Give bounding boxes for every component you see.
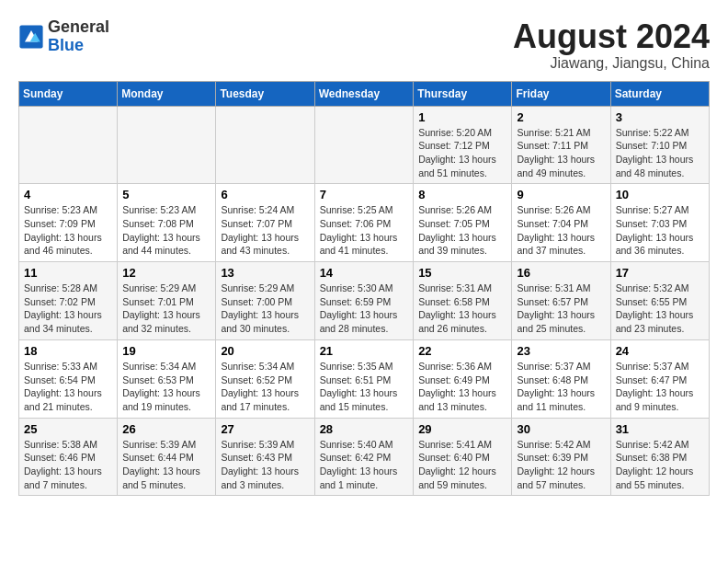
day-info: Sunrise: 5:22 AM Sunset: 7:10 PM Dayligh… [616, 126, 704, 180]
page-header: General Blue August 2024 Jiawang, Jiangs… [18, 18, 710, 72]
logo-general: General [48, 18, 109, 37]
day-info: Sunrise: 5:28 AM Sunset: 7:02 PM Dayligh… [24, 282, 112, 336]
day-number: 1 [418, 110, 506, 124]
calendar: SundayMondayTuesdayWednesdayThursdayFrid… [18, 81, 710, 497]
day-number: 25 [24, 422, 112, 436]
title-block: August 2024 Jiawang, Jiangsu, China [513, 18, 710, 72]
calendar-cell: 31Sunrise: 5:42 AM Sunset: 6:38 PM Dayli… [610, 418, 709, 496]
day-number: 2 [517, 110, 605, 124]
calendar-cell: 21Sunrise: 5:35 AM Sunset: 6:51 PM Dayli… [314, 339, 414, 418]
day-info: Sunrise: 5:35 AM Sunset: 6:51 PM Dayligh… [320, 360, 409, 414]
calendar-week-row: 1Sunrise: 5:20 AM Sunset: 7:12 PM Daylig… [19, 106, 710, 184]
day-number: 30 [517, 422, 605, 436]
calendar-cell: 7Sunrise: 5:25 AM Sunset: 7:06 PM Daylig… [314, 184, 414, 262]
day-info: Sunrise: 5:23 AM Sunset: 7:09 PM Dayligh… [24, 203, 112, 258]
day-number: 7 [320, 188, 409, 201]
day-info: Sunrise: 5:27 AM Sunset: 7:03 PM Dayligh… [616, 203, 704, 258]
day-info: Sunrise: 5:20 AM Sunset: 7:12 PM Dayligh… [418, 126, 506, 180]
calendar-cell: 29Sunrise: 5:41 AM Sunset: 6:40 PM Dayli… [414, 418, 512, 496]
calendar-cell: 12Sunrise: 5:29 AM Sunset: 7:01 PM Dayli… [118, 262, 216, 340]
day-info: Sunrise: 5:26 AM Sunset: 7:04 PM Dayligh… [517, 203, 605, 258]
day-info: Sunrise: 5:39 AM Sunset: 6:44 PM Dayligh… [122, 438, 210, 492]
day-info: Sunrise: 5:31 AM Sunset: 6:57 PM Dayligh… [517, 282, 605, 336]
calendar-week-row: 11Sunrise: 5:28 AM Sunset: 7:02 PM Dayli… [19, 262, 710, 340]
day-number: 4 [24, 188, 112, 201]
day-number: 29 [418, 422, 506, 436]
calendar-week-row: 4Sunrise: 5:23 AM Sunset: 7:09 PM Daylig… [19, 184, 710, 262]
weekday-header: Tuesday [216, 81, 314, 106]
day-info: Sunrise: 5:39 AM Sunset: 6:43 PM Dayligh… [221, 438, 309, 492]
day-number: 15 [418, 266, 506, 280]
calendar-cell [216, 106, 314, 184]
day-number: 5 [122, 188, 210, 201]
day-number: 24 [616, 344, 704, 358]
day-info: Sunrise: 5:21 AM Sunset: 7:11 PM Dayligh… [517, 126, 605, 180]
logo: General Blue [18, 18, 109, 55]
day-number: 28 [320, 422, 409, 436]
day-number: 26 [122, 422, 210, 436]
day-number: 21 [320, 344, 409, 358]
weekday-header: Friday [512, 81, 610, 106]
day-info: Sunrise: 5:33 AM Sunset: 6:54 PM Dayligh… [24, 360, 112, 414]
calendar-cell [118, 106, 216, 184]
calendar-cell: 5Sunrise: 5:23 AM Sunset: 7:08 PM Daylig… [118, 184, 216, 262]
day-number: 22 [418, 344, 506, 358]
weekday-header: Sunday [19, 81, 118, 106]
calendar-cell: 3Sunrise: 5:22 AM Sunset: 7:10 PM Daylig… [610, 106, 709, 184]
weekday-header: Saturday [610, 81, 709, 106]
day-info: Sunrise: 5:38 AM Sunset: 6:46 PM Dayligh… [24, 438, 112, 492]
calendar-cell: 15Sunrise: 5:31 AM Sunset: 6:58 PM Dayli… [414, 262, 512, 340]
calendar-cell: 20Sunrise: 5:34 AM Sunset: 6:52 PM Dayli… [216, 339, 314, 418]
day-number: 9 [517, 188, 605, 201]
weekday-header: Monday [118, 81, 216, 106]
month-year: August 2024 [513, 18, 710, 55]
day-number: 19 [122, 344, 210, 358]
calendar-cell: 8Sunrise: 5:26 AM Sunset: 7:05 PM Daylig… [414, 184, 512, 262]
day-number: 10 [616, 188, 704, 201]
day-number: 13 [221, 266, 309, 280]
day-number: 16 [517, 266, 605, 280]
day-number: 23 [517, 344, 605, 358]
day-info: Sunrise: 5:37 AM Sunset: 6:48 PM Dayligh… [517, 360, 605, 414]
day-number: 20 [221, 344, 309, 358]
day-number: 12 [122, 266, 210, 280]
weekday-header-row: SundayMondayTuesdayWednesdayThursdayFrid… [19, 81, 710, 106]
calendar-cell: 1Sunrise: 5:20 AM Sunset: 7:12 PM Daylig… [414, 106, 512, 184]
calendar-cell: 4Sunrise: 5:23 AM Sunset: 7:09 PM Daylig… [19, 184, 118, 262]
day-info: Sunrise: 5:30 AM Sunset: 6:59 PM Dayligh… [320, 282, 409, 336]
day-info: Sunrise: 5:32 AM Sunset: 6:55 PM Dayligh… [616, 282, 704, 336]
calendar-cell: 28Sunrise: 5:40 AM Sunset: 6:42 PM Dayli… [314, 418, 414, 496]
location: Jiawang, Jiangsu, China [513, 55, 710, 72]
day-info: Sunrise: 5:34 AM Sunset: 6:52 PM Dayligh… [221, 360, 309, 414]
day-number: 11 [24, 266, 112, 280]
calendar-cell: 26Sunrise: 5:39 AM Sunset: 6:44 PM Dayli… [118, 418, 216, 496]
day-number: 17 [616, 266, 704, 280]
day-info: Sunrise: 5:26 AM Sunset: 7:05 PM Dayligh… [418, 203, 506, 258]
day-info: Sunrise: 5:31 AM Sunset: 6:58 PM Dayligh… [418, 282, 506, 336]
calendar-cell: 11Sunrise: 5:28 AM Sunset: 7:02 PM Dayli… [19, 262, 118, 340]
weekday-header: Wednesday [314, 81, 414, 106]
day-number: 27 [221, 422, 309, 436]
day-info: Sunrise: 5:42 AM Sunset: 6:38 PM Dayligh… [616, 438, 704, 492]
calendar-cell: 22Sunrise: 5:36 AM Sunset: 6:49 PM Dayli… [414, 339, 512, 418]
calendar-cell: 14Sunrise: 5:30 AM Sunset: 6:59 PM Dayli… [314, 262, 414, 340]
day-info: Sunrise: 5:34 AM Sunset: 6:53 PM Dayligh… [122, 360, 210, 414]
day-info: Sunrise: 5:29 AM Sunset: 7:01 PM Dayligh… [122, 282, 210, 336]
calendar-cell: 27Sunrise: 5:39 AM Sunset: 6:43 PM Dayli… [216, 418, 314, 496]
calendar-cell: 23Sunrise: 5:37 AM Sunset: 6:48 PM Dayli… [512, 339, 610, 418]
calendar-cell: 16Sunrise: 5:31 AM Sunset: 6:57 PM Dayli… [512, 262, 610, 340]
calendar-cell: 6Sunrise: 5:24 AM Sunset: 7:07 PM Daylig… [216, 184, 314, 262]
day-info: Sunrise: 5:37 AM Sunset: 6:47 PM Dayligh… [616, 360, 704, 414]
calendar-cell [314, 106, 414, 184]
day-info: Sunrise: 5:36 AM Sunset: 6:49 PM Dayligh… [418, 360, 506, 414]
day-number: 8 [418, 188, 506, 201]
day-number: 18 [24, 344, 112, 358]
day-number: 31 [616, 422, 704, 436]
day-number: 3 [616, 110, 704, 124]
calendar-week-row: 25Sunrise: 5:38 AM Sunset: 6:46 PM Dayli… [19, 418, 710, 496]
day-info: Sunrise: 5:29 AM Sunset: 7:00 PM Dayligh… [221, 282, 309, 336]
day-info: Sunrise: 5:24 AM Sunset: 7:07 PM Dayligh… [221, 203, 309, 258]
calendar-cell: 13Sunrise: 5:29 AM Sunset: 7:00 PM Dayli… [216, 262, 314, 340]
calendar-cell: 18Sunrise: 5:33 AM Sunset: 6:54 PM Dayli… [19, 339, 118, 418]
day-info: Sunrise: 5:25 AM Sunset: 7:06 PM Dayligh… [320, 203, 409, 258]
